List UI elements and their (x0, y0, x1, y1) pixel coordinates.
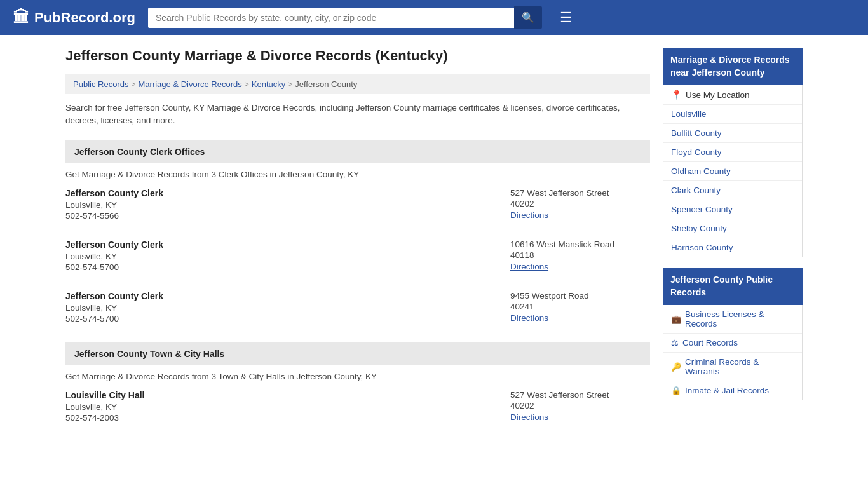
logo-icon: 🏛 (13, 8, 29, 27)
clerk-section-header: Jefferson County Clerk Offices (65, 140, 650, 163)
sidebar-inmate-records-label: Inmate & Jail Records (685, 386, 769, 395)
breadcrumb-sep-2: > (245, 80, 249, 89)
cityhall-office-1-phone: 502-574-2003 (65, 413, 510, 423)
cityhall-office-1-directions[interactable]: Directions (510, 412, 548, 422)
cityhall-office-1-zip: 40202 (510, 401, 650, 410)
clerk-office-2-name: Jefferson County Clerk (65, 240, 510, 250)
sidebar-nearby-spencer[interactable]: Spencer County (663, 200, 802, 219)
clerk-office-3-right: 9455 Westport Road 40241 Directions (510, 291, 650, 323)
cityhall-office-1: Louisville City Hall Louisville, KY 502-… (65, 390, 650, 426)
clerk-office-1-directions[interactable]: Directions (510, 210, 548, 220)
sidebar-public-records-list: 💼 Business Licenses & Records ⚖ Court Re… (663, 305, 803, 400)
clerk-office-2-city: Louisville, KY (65, 252, 510, 261)
breadcrumb: Public Records > Marriage & Divorce Reco… (65, 74, 650, 94)
sidebar-criminal-records-label: Criminal Records & Warrants (685, 357, 794, 376)
breadcrumb-sep-3: > (288, 80, 292, 89)
sidebar-nearby-list: 📍 Use My Location Louisville Bullitt Cou… (663, 85, 803, 257)
sidebar-nearby-shelby[interactable]: Shelby County (663, 219, 802, 238)
sidebar-nearby-clark[interactable]: Clark County (663, 181, 802, 200)
sidebar: Marriage & Divorce Records near Jefferso… (663, 48, 803, 442)
cityhall-office-1-address: 527 West Jefferson Street (510, 390, 650, 400)
breadcrumb-current: Jefferson County (295, 79, 357, 89)
sidebar-nearby-oldham[interactable]: Oldham County (663, 162, 802, 181)
sidebar-inmate-records[interactable]: 🔒 Inmate & Jail Records (663, 381, 802, 400)
menu-button[interactable]: ☰ (560, 10, 573, 26)
sidebar-business-licenses[interactable]: 💼 Business Licenses & Records (663, 305, 802, 334)
cityhall-office-1-name: Louisville City Hall (65, 390, 510, 400)
clerk-office-2-left: Jefferson County Clerk Louisville, KY 50… (65, 240, 510, 272)
sidebar-nearby-harrison[interactable]: Harrison County (663, 238, 802, 257)
search-input[interactable] (148, 8, 514, 28)
sidebar-use-location[interactable]: 📍 Use My Location (663, 85, 802, 105)
cityhall-section-desc: Get Marriage & Divorce Records from 3 To… (65, 372, 650, 381)
sidebar-nearby-title: Marriage & Divorce Records near Jefferso… (663, 48, 803, 85)
clerk-office-2: Jefferson County Clerk Louisville, KY 50… (65, 240, 650, 276)
logo-text: PubRecord.org (34, 10, 135, 26)
clerk-section: Jefferson County Clerk Offices Get Marri… (65, 140, 650, 327)
sidebar-court-records-label: Court Records (682, 338, 738, 348)
search-bar: 🔍 (148, 6, 542, 29)
sidebar-use-location-label: Use My Location (686, 90, 750, 100)
clerk-office-1-phone: 502-574-5566 (65, 211, 510, 220)
breadcrumb-sep-1: > (131, 80, 135, 89)
clerk-office-3: Jefferson County Clerk Louisville, KY 50… (65, 291, 650, 327)
clerk-office-2-right: 10616 West Manslick Road 40118 Direction… (510, 240, 650, 272)
sidebar-public-records-title: Jefferson County Public Records (663, 268, 803, 305)
sidebar-nearby-floyd[interactable]: Floyd County (663, 143, 802, 162)
clerk-office-1-address: 527 West Jefferson Street (510, 188, 650, 198)
sidebar-court-records[interactable]: ⚖ Court Records (663, 334, 802, 353)
cityhall-section: Jefferson County Town & City Halls Get M… (65, 342, 650, 426)
briefcase-icon: 💼 (671, 315, 681, 324)
clerk-office-1: Jefferson County Clerk Louisville, KY 50… (65, 188, 650, 224)
clerk-office-3-directions[interactable]: Directions (510, 313, 548, 323)
clerk-office-3-left: Jefferson County Clerk Louisville, KY 50… (65, 291, 510, 323)
clerk-office-3-address: 9455 Westport Road (510, 291, 650, 301)
sidebar-nearby-louisville[interactable]: Louisville (663, 105, 802, 124)
scale-icon: ⚖ (671, 338, 679, 348)
sidebar-nearby-bullitt[interactable]: Bullitt County (663, 124, 802, 143)
clerk-office-2-phone: 502-574-5700 (65, 262, 510, 272)
clerk-office-3-name: Jefferson County Clerk (65, 291, 510, 301)
clerk-section-desc: Get Marriage & Divorce Records from 3 Cl… (65, 170, 650, 179)
cityhall-office-1-city: Louisville, KY (65, 402, 510, 412)
clerk-office-3-city: Louisville, KY (65, 303, 510, 313)
cityhall-section-header: Jefferson County Town & City Halls (65, 342, 650, 365)
main-container: Jefferson County Marriage & Divorce Reco… (53, 35, 815, 454)
lock-icon: 🔒 (671, 386, 681, 395)
breadcrumb-public-records[interactable]: Public Records (73, 79, 128, 89)
breadcrumb-marriage-divorce[interactable]: Marriage & Divorce Records (138, 79, 241, 89)
clerk-office-2-directions[interactable]: Directions (510, 262, 548, 271)
page-description: Search for free Jefferson County, KY Mar… (65, 102, 650, 128)
location-pin-icon: 📍 (671, 90, 682, 100)
clerk-office-3-phone: 502-574-5700 (65, 314, 510, 323)
search-button[interactable]: 🔍 (514, 6, 542, 29)
clerk-office-1-name: Jefferson County Clerk (65, 188, 510, 198)
breadcrumb-kentucky[interactable]: Kentucky (252, 79, 285, 89)
clerk-office-1-right: 527 West Jefferson Street 40202 Directio… (510, 188, 650, 220)
search-icon: 🔍 (522, 12, 534, 23)
content-area: Jefferson County Marriage & Divorce Reco… (65, 48, 650, 442)
cityhall-office-1-right: 527 West Jefferson Street 40202 Directio… (510, 390, 650, 423)
cityhall-office-1-left: Louisville City Hall Louisville, KY 502-… (65, 390, 510, 423)
hamburger-icon: ☰ (560, 10, 573, 25)
clerk-office-1-zip: 40202 (510, 199, 650, 208)
site-logo[interactable]: 🏛 PubRecord.org (13, 8, 135, 27)
sidebar-criminal-records[interactable]: 🔑 Criminal Records & Warrants (663, 353, 802, 381)
site-header: 🏛 PubRecord.org 🔍 ☰ (0, 0, 868, 35)
clerk-office-1-left: Jefferson County Clerk Louisville, KY 50… (65, 188, 510, 220)
key-icon: 🔑 (671, 362, 681, 372)
clerk-office-2-zip: 40118 (510, 250, 650, 260)
clerk-office-3-zip: 40241 (510, 302, 650, 311)
clerk-office-2-address: 10616 West Manslick Road (510, 240, 650, 249)
sidebar-business-licenses-label: Business Licenses & Records (685, 309, 794, 329)
clerk-office-1-city: Louisville, KY (65, 200, 510, 210)
page-title: Jefferson County Marriage & Divorce Reco… (65, 48, 650, 64)
